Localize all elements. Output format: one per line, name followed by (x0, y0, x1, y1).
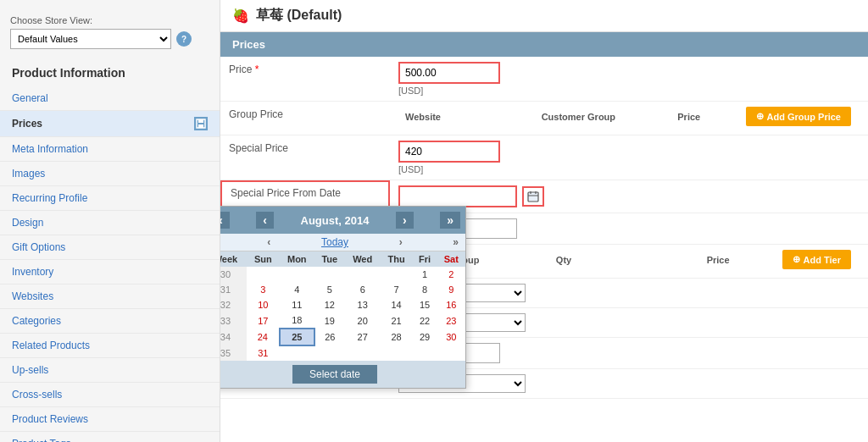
cal-sun-header: Sun (247, 251, 280, 267)
cal-day (280, 345, 314, 361)
sidebar-item-inventory-link[interactable]: Inventory (12, 266, 53, 278)
sidebar-item-tags-link[interactable]: Product Tags (12, 438, 71, 442)
svg-rect-2 (198, 124, 203, 128)
cal-day[interactable]: 27 (345, 329, 381, 345)
cal-day (413, 345, 437, 361)
add-group-price-button[interactable]: ⊕ Add Group Price (746, 107, 851, 126)
cal-day[interactable]: 20 (345, 312, 381, 329)
sidebar-item-gift[interactable]: Gift Options (0, 235, 220, 260)
cal-prev-btn[interactable]: ‹ (256, 212, 274, 229)
sidebar-item-general[interactable]: General (0, 86, 220, 111)
add-tier-label: Add Tier (804, 255, 841, 265)
sidebar-item-prices[interactable]: Prices (0, 111, 220, 137)
sidebar-item-meta-link[interactable]: Meta Information (12, 143, 88, 155)
cal-day[interactable]: 5 (314, 282, 345, 297)
cal-day[interactable]: 29 (413, 329, 437, 345)
price-input[interactable] (398, 62, 500, 84)
gp-website-header: Website (398, 108, 535, 125)
cal-next-next-btn[interactable]: » (440, 212, 460, 229)
cal-day[interactable]: 2 (437, 267, 466, 282)
sidebar-item-reviews-link[interactable]: Product Reviews (12, 413, 88, 425)
cal-day[interactable]: 11 (280, 297, 314, 312)
cal-day[interactable]: 26 (314, 329, 345, 345)
cal-day[interactable]: 25 (280, 329, 314, 345)
sidebar-item-upsells-link[interactable]: Up-sells (12, 364, 48, 376)
cal-today-button[interactable]: Today (321, 236, 348, 248)
cal-day[interactable]: 22 (413, 312, 437, 329)
price-label: Price * (220, 57, 390, 101)
cal-day[interactable]: 16 (437, 297, 466, 312)
sidebar-item-related-link[interactable]: Related Products (12, 340, 90, 351)
cal-today-prev2[interactable]: ‹ (267, 236, 270, 248)
sidebar-item-meta[interactable]: Meta Information (0, 137, 220, 162)
date-input-row (398, 185, 860, 207)
calendar-footer: Select date (220, 361, 465, 388)
cal-day[interactable]: 17 (247, 312, 280, 329)
product-information-heading: Product Information (0, 58, 220, 86)
cal-day[interactable]: 3 (247, 282, 280, 297)
cal-day[interactable]: 1 (413, 267, 437, 282)
gp-price-header: Price (670, 108, 745, 125)
select-date-button[interactable]: Select date (292, 365, 377, 384)
cal-next-btn[interactable]: › (396, 212, 414, 229)
cal-day[interactable]: 9 (437, 282, 466, 297)
cal-day (345, 345, 381, 361)
cal-day[interactable]: 21 (381, 312, 413, 329)
sidebar-item-recurring-link[interactable]: Recurring Profile (12, 192, 87, 204)
cal-today-next[interactable]: › (399, 236, 403, 248)
sidebar-item-images[interactable]: Images (0, 162, 220, 186)
cal-day[interactable]: 14 (381, 297, 413, 312)
calendar-header: « ‹ August, 2014 › » (220, 207, 465, 234)
cal-day[interactable]: 7 (381, 282, 413, 297)
cal-day[interactable]: 23 (437, 312, 466, 329)
store-view-label: Choose Store View: (10, 15, 209, 25)
sidebar-item-reviews[interactable]: Product Reviews (0, 407, 220, 432)
cal-day[interactable]: 4 (280, 282, 314, 297)
sidebar-item-inventory[interactable]: Inventory (0, 260, 220, 285)
cal-day[interactable]: 13 (345, 297, 381, 312)
cal-day[interactable]: 8 (413, 282, 437, 297)
group-price-row: Group Price Website Customer Group Price… (220, 102, 868, 135)
calendar-popup: « ‹ August, 2014 › » « ‹ Today › » (220, 206, 466, 389)
special-price-input[interactable] (398, 141, 500, 163)
cal-day[interactable]: 6 (345, 282, 381, 297)
cal-prev-prev-btn[interactable]: « (220, 212, 230, 229)
sidebar-item-general-link[interactable]: General (12, 92, 48, 104)
special-from-date-input[interactable] (398, 185, 517, 207)
cal-day[interactable]: 12 (314, 297, 345, 312)
cal-day[interactable]: 10 (247, 297, 280, 312)
sidebar-item-upsells[interactable]: Up-sells (0, 358, 220, 383)
cal-day[interactable]: 30 (437, 329, 466, 345)
sidebar-item-websites-link[interactable]: Websites (12, 290, 53, 302)
sidebar-item-websites[interactable]: Websites (0, 285, 220, 309)
calendar-month-year: August, 2014 (301, 214, 370, 227)
sidebar-item-gift-link[interactable]: Gift Options (12, 241, 65, 253)
special-price-label: Special Price (220, 135, 390, 180)
price-currency: [USD] (398, 86, 860, 96)
tp-custgroup-header: Qty (549, 251, 700, 268)
cal-day[interactable]: 31 (247, 345, 280, 361)
sidebar-item-categories[interactable]: Categories (0, 309, 220, 334)
cal-day[interactable]: 24 (247, 329, 280, 345)
calendar-table: Week Sun Mon Tue Wed Thu Fri Sat (220, 251, 465, 361)
cal-today-next2[interactable]: » (453, 236, 459, 248)
calendar-trigger[interactable] (522, 186, 544, 207)
sidebar-item-images-link[interactable]: Images (12, 168, 45, 180)
cal-day[interactable]: 28 (381, 329, 413, 345)
sidebar-item-design[interactable]: Design (0, 211, 220, 235)
sidebar-item-crosssells-link[interactable]: Cross-sells (12, 389, 62, 401)
special-from-date-value-cell: « ‹ August, 2014 › » « ‹ Today › » (390, 180, 868, 213)
sidebar-item-categories-link[interactable]: Categories (12, 315, 61, 327)
sidebar-item-related[interactable]: Related Products (0, 334, 220, 358)
cal-day (381, 267, 413, 282)
cal-day[interactable]: 15 (413, 297, 437, 312)
add-tier-button[interactable]: ⊕ Add Tier (782, 250, 851, 269)
sidebar-item-design-link[interactable]: Design (12, 217, 43, 229)
add-tier-plus: ⊕ (793, 254, 800, 265)
cal-day[interactable]: 18 (280, 312, 314, 329)
store-view-dropdown[interactable]: Default Values (10, 29, 171, 49)
cal-day[interactable]: 19 (314, 312, 345, 329)
sidebar-item-crosssells[interactable]: Cross-sells (0, 383, 220, 407)
sidebar-item-recurring[interactable]: Recurring Profile (0, 186, 220, 211)
sidebar-item-tags[interactable]: Product Tags (0, 432, 220, 442)
